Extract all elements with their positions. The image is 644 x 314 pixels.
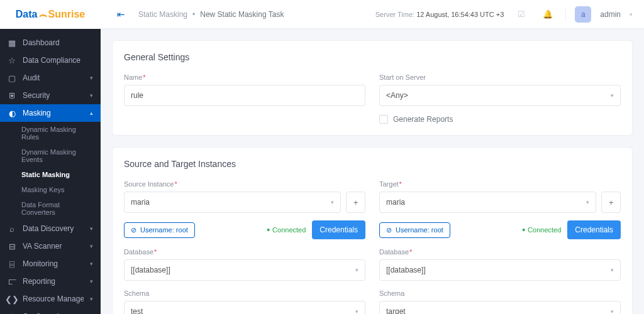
start-on-server-select[interactable]: <Any> ▾ [379, 85, 621, 106]
sidebar-item-configuration[interactable]: ⚙Configuration▾ [0, 308, 101, 314]
logo-text-2: Sunrise [48, 9, 86, 20]
sidebar-item-data-discovery[interactable]: ⌕Data Discovery▾ [0, 220, 101, 237]
target-select[interactable]: maria ▾ [379, 192, 596, 213]
name-label: Name [124, 73, 365, 81]
chevron-down-icon: ▾ [90, 278, 93, 284]
chevron-down-icon: ▾ [611, 267, 614, 273]
checkbox-icon [379, 115, 388, 124]
nav: ▦Dashboard ☆Data Compliance ▢Audit▾ ⛨Sec… [0, 29, 101, 314]
sidebar-item-masking[interactable]: ◐Masking▴ [0, 104, 101, 122]
chevron-down-icon: ▾ [355, 267, 358, 273]
toggle-sidebar-button[interactable]: ⇤ [112, 6, 130, 23]
target-connected-status: Connected [522, 225, 561, 235]
monitor-icon: ⌸ [8, 259, 16, 268]
card-title: Source and Target Instances [124, 159, 621, 169]
search-icon: ⌕ [8, 224, 16, 233]
user-name[interactable]: admin [600, 10, 621, 19]
logo[interactable]: Data⌢Sunrise [0, 0, 101, 29]
chevron-down-icon: ▾ [90, 225, 93, 232]
name-input[interactable] [124, 85, 365, 106]
star-icon: ☆ [8, 56, 16, 65]
target-label: Target [379, 180, 621, 188]
sidebar-item-monitoring[interactable]: ⌸Monitoring▾ [0, 255, 101, 273]
mask-icon: ◐ [8, 109, 16, 117]
chevron-down-icon: ▾ [586, 199, 589, 205]
document-icon: ▢ [8, 73, 16, 82]
chevron-down-icon: ▾ [611, 92, 614, 99]
source-schema-label: Schema [124, 290, 365, 297]
chevron-down-icon: ▾ [331, 199, 334, 205]
card-general-settings: General Settings Name Start on Server <A… [112, 40, 633, 136]
bell-icon[interactable]: 🔔 [539, 6, 557, 23]
shield-icon: ⛨ [8, 91, 16, 100]
chart-icon: ⫍ [8, 277, 16, 286]
header: ⇤ Static Masking • New Static Masking Ta… [101, 0, 644, 29]
target-username-pill[interactable]: ⊘Username: root [379, 222, 450, 238]
source-schema-select[interactable]: test ▾ [124, 301, 365, 314]
content: General Settings Name Start on Server <A… [101, 29, 644, 314]
source-username-pill[interactable]: ⊘Username: root [124, 222, 195, 238]
sidebar-item-data-compliance[interactable]: ☆Data Compliance [0, 51, 101, 69]
generate-reports-checkbox[interactable]: Generate Reports [379, 115, 621, 124]
scanner-icon: ⊟ [8, 242, 16, 251]
subitem-dynamic-masking-rules[interactable]: Dynamic Masking Rules [0, 122, 101, 144]
logo-arc-icon: ⌢ [39, 8, 47, 22]
check-icon: ⊘ [131, 226, 136, 234]
source-instance-label: Source Instance [124, 180, 365, 188]
card-source-target: Source and Target Instances Source Insta… [112, 147, 633, 314]
chevron-down-icon[interactable]: ▾ [630, 11, 633, 18]
breadcrumb: Static Masking • New Static Masking Task [138, 10, 367, 19]
subitem-static-masking[interactable]: Static Masking [0, 167, 101, 182]
target-database-label: Database [379, 248, 621, 256]
check-icon[interactable]: ☑ [513, 6, 530, 23]
subitem-data-format-converters[interactable]: Data Format Converters [0, 197, 101, 220]
source-credentials-button[interactable]: Credentials [312, 220, 365, 239]
chevron-down-icon: ▾ [611, 308, 614, 314]
chevron-down-icon: ▾ [90, 243, 93, 249]
sidebar-item-security[interactable]: ⛨Security▾ [0, 87, 101, 104]
source-instance-select[interactable]: maria ▾ [124, 192, 341, 213]
breadcrumb-parent[interactable]: Static Masking [138, 10, 187, 19]
source-database-label: Database [124, 248, 365, 256]
sidebar-item-dashboard[interactable]: ▦Dashboard [0, 34, 101, 51]
target-credentials-button[interactable]: Credentials [567, 220, 621, 239]
target-schema-label: Schema [379, 290, 621, 297]
chevron-down-icon: ▾ [90, 75, 93, 81]
grid-icon: ▦ [8, 38, 16, 47]
logo-text-1: Data [16, 9, 38, 20]
add-source-button[interactable]: + [346, 192, 365, 213]
subitem-dynamic-masking-events[interactable]: Dynamic Masking Events [0, 144, 101, 167]
sidebar-item-reporting[interactable]: ⫍Reporting▾ [0, 273, 101, 290]
target-database-select[interactable]: [[database]] ▾ [379, 259, 621, 281]
chevron-down-icon: ▾ [90, 296, 93, 302]
subitem-masking-keys[interactable]: Masking Keys [0, 182, 101, 197]
server-time: Server Time: 12 August, 16:54:43 UTC +3 [375, 11, 504, 18]
source-connected-status: Connected [267, 225, 306, 235]
avatar[interactable]: a [575, 6, 591, 23]
breadcrumb-sep: • [192, 10, 195, 19]
sidebar-item-resource-manager[interactable]: ❮❯Resource Manager▾ [0, 290, 101, 308]
chevron-down-icon: ▾ [355, 308, 358, 314]
breadcrumb-current: New Static Masking Task [200, 10, 284, 19]
sidebar: Data⌢Sunrise ▦Dashboard ☆Data Compliance… [0, 0, 101, 314]
chevron-down-icon: ▾ [90, 92, 93, 99]
source-database-select[interactable]: [[database]] ▾ [124, 259, 365, 281]
target-schema-select[interactable]: target ▾ [379, 301, 621, 314]
chevron-up-icon: ▴ [90, 110, 93, 116]
sidebar-item-audit[interactable]: ▢Audit▾ [0, 69, 101, 87]
card-title: General Settings [124, 52, 621, 62]
sidebar-item-va-scanner[interactable]: ⊟VA Scanner▾ [0, 237, 101, 255]
add-target-button[interactable]: + [601, 192, 621, 213]
chevron-down-icon: ▾ [90, 261, 93, 267]
code-icon: ❮❯ [8, 295, 16, 303]
start-on-server-label: Start on Server [379, 73, 621, 81]
check-icon: ⊘ [386, 226, 392, 234]
